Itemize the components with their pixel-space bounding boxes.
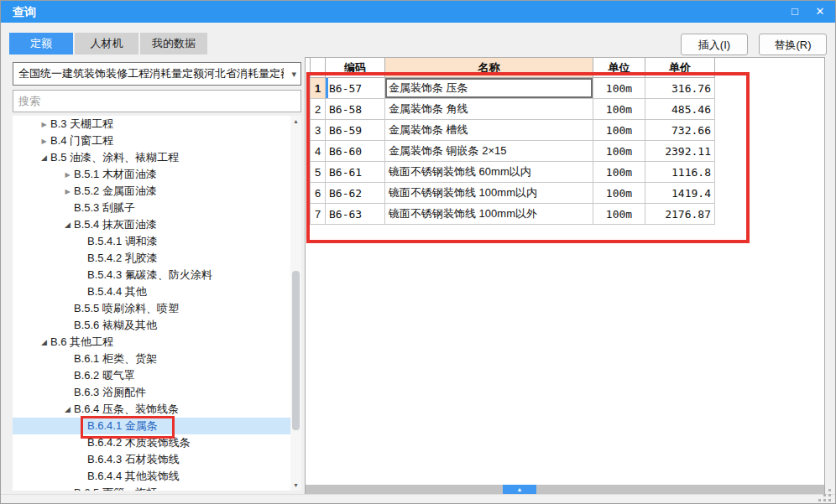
scroll-up-icon[interactable]: ▲ — [290, 116, 301, 127]
unit-cell[interactable]: 100m — [593, 183, 645, 204]
code-cell[interactable]: B6-58 — [326, 99, 385, 120]
row-number-cell[interactable]: 4 — [311, 141, 326, 162]
tree-item[interactable]: B.5.6 裱糊及其他 — [13, 317, 301, 334]
insert-button[interactable]: 插入(I) — [681, 34, 748, 55]
column-header[interactable]: 单价 — [645, 58, 715, 78]
price-cell[interactable]: 2392.11 — [645, 141, 715, 162]
code-cell[interactable]: B6-57 — [326, 78, 385, 99]
tab[interactable]: 人材机 — [75, 33, 138, 55]
row-number-cell[interactable]: 5 — [311, 162, 326, 183]
tree-item[interactable]: B.5.5 喷刷涂料、喷塑 — [13, 300, 301, 317]
quota-library-value: 全国统一建筑装饰装修工程消耗量定额河北省消耗量定额(20 — [18, 63, 284, 85]
column-header[interactable]: 单位 — [593, 58, 645, 78]
tree-item[interactable]: ▶ B.3 天棚工程 — [13, 116, 301, 132]
column-header[interactable]: 名称 — [385, 58, 593, 78]
name-cell[interactable]: 金属装饰条 角线 — [385, 99, 593, 120]
tree-expand-icon[interactable]: ▶ — [61, 188, 74, 195]
search-input[interactable] — [13, 90, 301, 112]
tree-item-label: B.6.2 暖气罩 — [74, 368, 135, 383]
scroll-down-icon[interactable]: ▼ — [290, 480, 301, 491]
tree-item[interactable]: ◢ B.6.4 压条、装饰线条 — [13, 401, 301, 418]
tree-item[interactable]: ▶ B.5.1 木材面油漆 — [13, 166, 301, 183]
price-cell[interactable]: 732.66 — [645, 120, 715, 141]
tree-item[interactable]: ◢ B.5 油漆、涂料、裱糊工程 — [13, 149, 301, 166]
row-number-cell[interactable]: 3 — [311, 120, 326, 141]
tree-item-label: B.6.4.3 石材装饰线 — [87, 452, 180, 467]
tree-item[interactable]: B.5.4.4 其他 — [13, 283, 301, 300]
tree-item[interactable]: B.6.1 柜类、货架 — [13, 351, 301, 367]
name-cell[interactable]: 金属装饰条 槽线 — [385, 120, 593, 141]
tree-item[interactable]: B.6.4.1 金属条 — [13, 418, 301, 434]
tab-label: 人材机 — [91, 37, 123, 49]
name-cell[interactable]: 金属装饰条 压条 — [385, 78, 593, 99]
tree-item[interactable]: B.5.4.1 调和漆 — [13, 233, 301, 250]
tree-expand-icon[interactable]: ◢ — [61, 221, 74, 229]
tree-expand-icon[interactable]: ▶ — [38, 138, 50, 145]
tab[interactable]: 定额 — [9, 33, 73, 55]
code-cell[interactable]: B6-60 — [326, 141, 385, 162]
unit-cell[interactable]: 100m — [593, 78, 645, 99]
tree-item[interactable]: B.5.4.2 乳胶漆 — [13, 250, 301, 267]
row-number-cell[interactable]: 6 — [311, 183, 326, 204]
tab[interactable]: 我的数据 — [140, 33, 207, 55]
chevron-down-icon[interactable]: ▾ — [291, 63, 296, 85]
tree-expand-icon[interactable]: ◢ — [61, 405, 74, 413]
unit-cell[interactable]: 100m — [593, 99, 645, 120]
row-number-cell[interactable]: 7 — [311, 204, 326, 225]
tree-expand-icon[interactable]: ◢ — [38, 338, 50, 346]
tree-item[interactable]: B.6.3 浴厕配件 — [13, 384, 301, 401]
code-cell[interactable]: B6-59 — [326, 120, 385, 141]
tree-item[interactable]: B.6.4.2 木质装饰线条 — [13, 434, 301, 451]
unit-cell[interactable]: 100m — [593, 120, 645, 141]
tree-expand-icon[interactable]: ◢ — [38, 153, 50, 162]
table-row[interactable]: 7 B6-63 镜面不锈钢装饰线 100mm以外 100m 2176.87 — [311, 204, 715, 225]
tree-item[interactable]: B.6.4.3 石材装饰线 — [13, 451, 301, 468]
price-cell[interactable]: 316.76 — [645, 78, 715, 99]
quota-library-select[interactable]: 全国统一建筑装饰装修工程消耗量定额河北省消耗量定额(20 ▾ — [13, 62, 301, 86]
price-cell[interactable]: 1419.4 — [645, 183, 715, 204]
name-cell[interactable]: 镜面不锈钢装饰线 100mm以外 — [385, 204, 593, 225]
unit-cell[interactable]: 100m — [593, 162, 645, 183]
tree-expand-icon[interactable]: ▶ — [61, 171, 74, 179]
row-number-cell[interactable]: 2 — [311, 99, 326, 120]
code-cell[interactable]: B6-63 — [326, 204, 385, 225]
tree-item-label: B.6 其他工程 — [50, 335, 113, 350]
price-cell[interactable]: 485.46 — [645, 99, 715, 120]
resize-grip[interactable] — [818, 489, 831, 501]
row-number-cell[interactable]: 1 — [311, 78, 326, 99]
tree-item[interactable]: B.6.2 暖气罩 — [13, 367, 301, 384]
tree-item[interactable]: ◢ B.5.4 抹灰面油漆 — [13, 216, 301, 233]
close-icon: ✕ — [816, 5, 825, 18]
replace-button[interactable]: 替换(R) — [759, 34, 827, 55]
unit-cell[interactable]: 100m — [593, 141, 645, 162]
tree-scrollbar[interactable]: ▲ ▼ — [290, 116, 301, 491]
tree-item[interactable]: ◢ B.6 其他工程 — [13, 334, 301, 351]
unit-cell[interactable]: 100m — [593, 204, 645, 225]
price-cell[interactable]: 1116.8 — [645, 162, 715, 183]
table-row[interactable]: 2 B6-58 金属装饰条 角线 100m 485.46 — [311, 99, 715, 120]
price-cell[interactable]: 2176.87 — [645, 204, 715, 225]
column-header[interactable]: 编码 — [326, 58, 385, 78]
tree-item[interactable]: ▶ B.4 门窗工程 — [13, 132, 301, 149]
maximize-button[interactable]: □ — [783, 1, 807, 23]
table-row[interactable]: 5 B6-61 镜面不锈钢装饰线 60mm以内 100m 1116.8 — [311, 162, 715, 183]
tree-item[interactable]: B.6.4.4 其他装饰线 — [13, 468, 301, 485]
tree-item[interactable]: B.6.5 雨篷、旗杆 — [13, 485, 301, 491]
code-cell[interactable]: B6-62 — [326, 183, 385, 204]
results-panel: 编码名称单位单价 1 B6-57 金属装饰条 压条 100m 316.76 2 … — [305, 57, 825, 496]
name-cell[interactable]: 金属装饰条 铜嵌条 2×15 — [385, 141, 593, 162]
table-row[interactable]: 1 B6-57 金属装饰条 压条 100m 316.76 — [311, 78, 715, 99]
tree-item-label: B.5 油漆、涂料、裱糊工程 — [50, 150, 179, 165]
tree-item[interactable]: ▶ B.5.2 金属面油漆 — [13, 183, 301, 200]
name-cell[interactable]: 镜面不锈钢装饰线 60mm以内 — [385, 162, 593, 183]
tree-item[interactable]: B.5.4.3 氟碳漆、防火涂料 — [13, 267, 301, 283]
code-cell[interactable]: B6-61 — [326, 162, 385, 183]
tree-expand-icon[interactable]: ▶ — [38, 121, 50, 128]
tree-item[interactable]: B.5.3 刮腻子 — [13, 200, 301, 216]
table-row[interactable]: 4 B6-60 金属装饰条 铜嵌条 2×15 100m 2392.11 — [311, 141, 715, 162]
tree-scrollbar-thumb[interactable] — [292, 271, 300, 430]
name-cell[interactable]: 镜面不锈钢装饰线 100mm以内 — [385, 183, 593, 204]
table-row[interactable]: 3 B6-59 金属装饰条 槽线 100m 732.66 — [311, 120, 715, 141]
close-button[interactable]: ✕ — [808, 1, 832, 23]
table-row[interactable]: 6 B6-62 镜面不锈钢装饰线 100mm以内 100m 1419.4 — [311, 183, 715, 204]
